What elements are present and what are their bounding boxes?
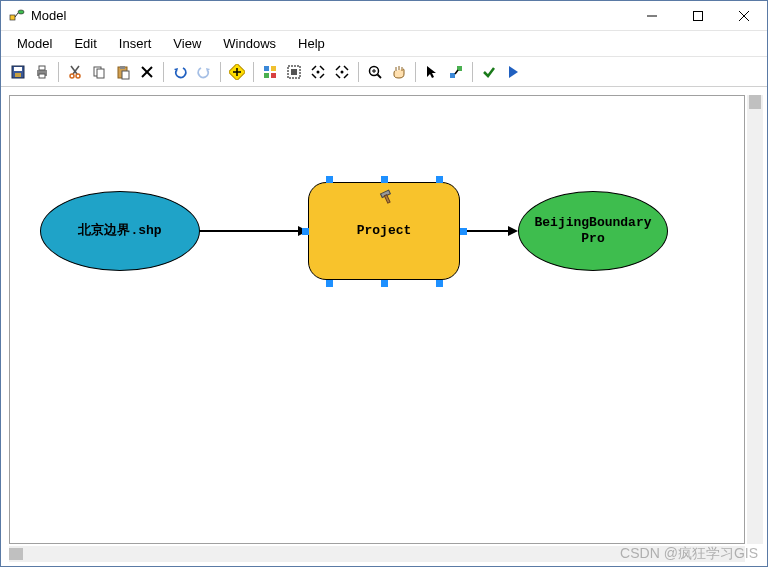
input-data-node[interactable]: 北京边界.shp [40,191,200,271]
toolbar-separator [472,62,473,82]
svg-point-1 [18,10,24,14]
connect-button[interactable] [445,61,467,83]
connector-arrow[interactable] [195,230,301,232]
node-label: 北京边界.shp [78,223,161,239]
svg-rect-19 [120,66,125,69]
svg-point-32 [317,70,320,73]
toolbar-separator [415,62,416,82]
full-extent-button[interactable] [283,61,305,83]
menu-edit[interactable]: Edit [64,33,106,54]
maximize-button[interactable] [675,1,721,30]
svg-rect-7 [14,67,22,71]
redo-button[interactable] [193,61,215,83]
process-tool-node[interactable]: Project [308,182,460,280]
copy-button[interactable] [88,61,110,83]
save-button[interactable] [7,61,29,83]
svg-line-35 [378,74,382,78]
node-label: Project [357,223,412,239]
scrollbar-thumb[interactable] [9,548,23,560]
svg-rect-8 [15,73,21,77]
toolbar-separator [253,62,254,82]
app-icon [9,8,25,24]
select-button[interactable] [421,61,443,83]
selection-handle[interactable] [302,228,309,235]
zoom-in-button[interactable] [364,61,386,83]
selection-handle[interactable] [460,228,467,235]
model-canvas[interactable]: 北京边界.shp Project BeijingBoundaryPro [9,95,745,544]
svg-line-40 [455,70,458,74]
svg-rect-3 [694,11,703,20]
selection-handle[interactable] [326,280,333,287]
svg-point-14 [70,74,74,78]
svg-point-15 [76,74,80,78]
close-button[interactable] [721,1,767,30]
svg-point-33 [341,70,344,73]
zoom-out-fixed-button[interactable] [331,61,353,83]
cut-button[interactable] [64,61,86,83]
toolbar-separator [358,62,359,82]
run-button[interactable] [502,61,524,83]
svg-rect-42 [384,195,390,203]
add-data-button[interactable] [226,61,248,83]
validate-button[interactable] [478,61,500,83]
menubar: Model Edit Insert View Windows Help [1,31,767,57]
canvas-area: 北京边界.shp Project BeijingBoundaryPro [1,87,767,566]
menu-windows[interactable]: Windows [213,33,286,54]
svg-rect-27 [271,66,276,71]
svg-rect-38 [450,73,455,78]
svg-rect-17 [97,69,104,78]
svg-rect-0 [10,15,15,20]
vertical-scrollbar[interactable] [747,95,763,544]
menu-help[interactable]: Help [288,33,335,54]
delete-button[interactable] [136,61,158,83]
titlebar[interactable]: Model [1,1,767,31]
zoom-in-fixed-button[interactable] [307,61,329,83]
selection-handle[interactable] [436,176,443,183]
node-label: BeijingBoundaryPro [531,215,655,246]
svg-rect-20 [122,71,129,79]
output-data-node[interactable]: BeijingBoundaryPro [518,191,668,271]
window-controls [629,1,767,30]
horizontal-scrollbar[interactable] [9,546,745,562]
auto-layout-button[interactable] [259,61,281,83]
selection-handle[interactable] [326,176,333,183]
arrow-head-icon [508,226,518,236]
minimize-button[interactable] [629,1,675,30]
selection-handle[interactable] [381,176,388,183]
svg-rect-26 [264,66,269,71]
undo-button[interactable] [169,61,191,83]
paste-button[interactable] [112,61,134,83]
svg-rect-10 [39,66,45,70]
svg-rect-31 [291,69,297,75]
toolbar [1,57,767,87]
hammer-cursor-icon [379,189,395,205]
menu-view[interactable]: View [163,33,211,54]
pan-button[interactable] [388,61,410,83]
svg-rect-29 [271,73,276,78]
scrollbar-thumb[interactable] [749,95,761,109]
window-title: Model [31,8,629,23]
selection-handle[interactable] [436,280,443,287]
svg-rect-11 [39,74,45,78]
toolbar-separator [220,62,221,82]
menu-model[interactable]: Model [7,33,62,54]
menu-insert[interactable]: Insert [109,33,162,54]
app-window: Model Model Edit Insert View Windows Hel… [0,0,768,567]
toolbar-separator [163,62,164,82]
toolbar-separator [58,62,59,82]
svg-rect-28 [264,73,269,78]
selection-handle[interactable] [381,280,388,287]
print-button[interactable] [31,61,53,83]
